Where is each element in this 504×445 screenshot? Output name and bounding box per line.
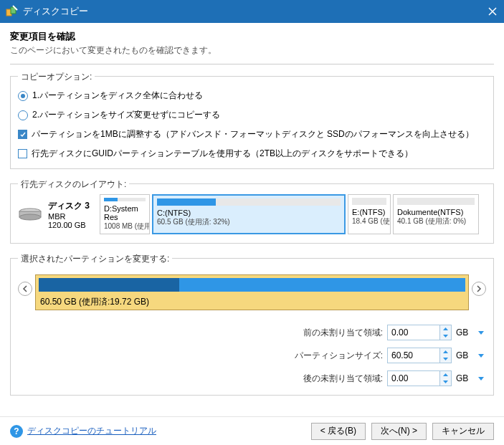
unit-dropdown-icon[interactable]: [476, 350, 486, 360]
spin-down-icon[interactable]: [440, 332, 451, 340]
partition-size: 40.1 GB (使用済: 0%): [397, 216, 475, 226]
partition-name: Dokumente(NTFS): [397, 208, 475, 216]
back-button[interactable]: < 戻る(B): [311, 423, 366, 440]
disk-name: ディスク 3: [48, 200, 90, 212]
svg-point-4: [19, 214, 41, 220]
hdd-icon: [18, 208, 42, 221]
unalloc-after-input[interactable]: [387, 370, 452, 386]
option-no-resize[interactable]: 2.パーティションをサイズ変更せずにコピーする: [18, 109, 486, 121]
spin-up-icon[interactable]: [440, 325, 451, 332]
disk-type: MBR: [48, 212, 90, 221]
titlebar: ディスクコピー: [0, 0, 504, 23]
close-icon[interactable]: [487, 6, 498, 17]
partition-block[interactable]: D:System Res1008 MB (使用済: 32%): [100, 194, 150, 234]
unit-label: GB: [456, 327, 472, 338]
partition-block[interactable]: C:(NTFS)60.5 GB (使用済: 32%): [152, 194, 346, 234]
unit-dropdown-icon[interactable]: [476, 373, 486, 383]
copy-options-legend: コピーオプション:: [18, 71, 95, 83]
partition-bar-label: 60.50 GB (使用済:19.72 GB): [36, 292, 468, 308]
option-label: 行先ディスクにGUIDパーティションテーブルを使用する（2TB以上のディスクをサ…: [32, 148, 413, 160]
option-label: パーティションを1MBに調整する（アドバンスド・フォーマットディスクと SSDの…: [32, 128, 474, 140]
tutorial-link[interactable]: ディスクコピーのチュートリアル: [27, 425, 156, 437]
partition-size: 1008 MB (使用済: 32%): [104, 221, 146, 231]
partition-name: C:(NTFS): [157, 209, 341, 217]
radio-icon: [18, 110, 28, 120]
option-guid[interactable]: 行先ディスクにGUIDパーティションテーブルを使用する（2TB以上のディスクをサ…: [18, 148, 486, 160]
next-partition-button[interactable]: [472, 282, 486, 296]
partition-size: 18.4 GB (使用済: 0%): [352, 216, 386, 226]
disk-layout-group: 行先ディスクのレイアウト: ディスク 3 MBR 120.00 GB D:Sys…: [10, 183, 494, 244]
unalloc-before-input[interactable]: [387, 325, 452, 340]
disk-layout-legend: 行先ディスクのレイアウト:: [18, 178, 129, 191]
next-button[interactable]: 次へ(N) >: [371, 423, 427, 440]
option-label: 1.パーティションをディスク全体に合わせる: [32, 90, 203, 102]
unalloc-after-label: 後の未割り当て領域:: [303, 373, 383, 385]
spin-up-icon[interactable]: [440, 371, 451, 378]
partition-size-input[interactable]: [387, 348, 452, 363]
disk-size: 120.00 GB: [48, 221, 90, 229]
partition-size: 60.5 GB (使用済: 32%): [157, 217, 341, 227]
checkbox-icon: [18, 149, 27, 158]
spin-down-icon[interactable]: [440, 378, 451, 386]
page-heading: 変更項目を確認: [10, 30, 494, 43]
content: 変更項目を確認 このページにおいて変更されたものを確認できます。 コピーオプショ…: [0, 23, 504, 417]
prev-partition-button[interactable]: [18, 282, 32, 296]
divider: [10, 64, 494, 64]
partition-size-label: パーティションサイズ:: [295, 350, 383, 362]
partition-name: E:(NTFS): [352, 208, 386, 216]
checkbox-icon: [18, 130, 27, 139]
radio-icon: [18, 91, 28, 101]
partition-name: D:System Res: [104, 204, 146, 221]
help-icon[interactable]: ?: [10, 425, 23, 438]
footer: ? ディスクコピーのチュートリアル < 戻る(B) 次へ(N) > キャンセル: [0, 416, 504, 445]
edit-partition-group: 選択されたパーティションを変更する: 60.50 GB (使用済:19.72 G…: [10, 258, 494, 396]
copy-options-group: コピーオプション: 1.パーティションをディスク全体に合わせる 2.パーティショ…: [10, 76, 494, 169]
unit-label: GB: [456, 350, 472, 360]
unit-label: GB: [456, 373, 472, 383]
app-icon: [6, 5, 19, 18]
unalloc-before-label: 前の未割り当て領域:: [303, 327, 383, 339]
disk-info: ディスク 3 MBR 120.00 GB: [18, 194, 97, 234]
page-subtext: このページにおいて変更されたものを確認できます。: [10, 44, 494, 57]
title-text: ディスクコピー: [23, 5, 88, 18]
spin-down-icon[interactable]: [440, 355, 451, 363]
option-fit-disk[interactable]: 1.パーティションをディスク全体に合わせる: [18, 90, 486, 102]
partition-size-bar[interactable]: 60.50 GB (使用済:19.72 GB): [35, 274, 469, 310]
option-label: 2.パーティションをサイズ変更せずにコピーする: [32, 109, 220, 121]
partition-block[interactable]: E:(NTFS)18.4 GB (使用済: 0%): [348, 194, 391, 234]
unit-dropdown-icon[interactable]: [476, 327, 486, 338]
edit-legend: 選択されたパーティションを変更する:: [18, 253, 172, 265]
cancel-button[interactable]: キャンセル: [432, 423, 494, 440]
partition-block[interactable]: Dokumente(NTFS)40.1 GB (使用済: 0%): [393, 194, 479, 234]
spin-up-icon[interactable]: [440, 348, 451, 355]
option-align-1mb[interactable]: パーティションを1MBに調整する（アドバンスド・フォーマットディスクと SSDの…: [18, 128, 486, 140]
